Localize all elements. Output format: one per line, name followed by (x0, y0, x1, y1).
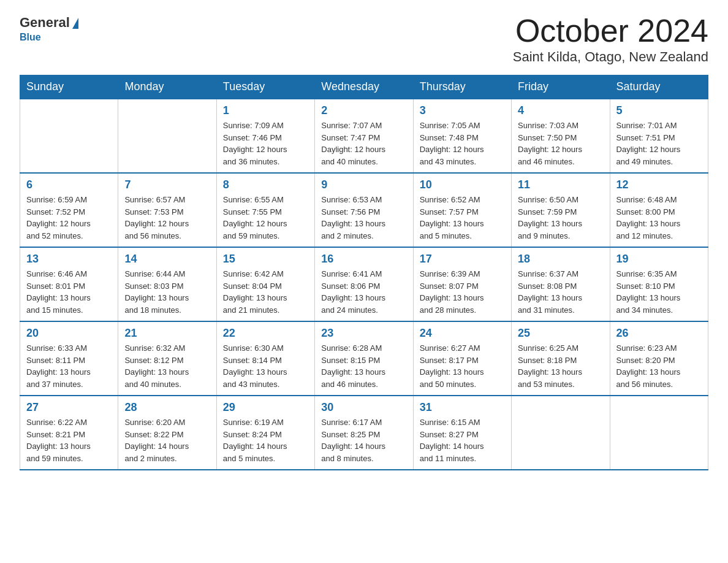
calendar-cell: 25Sunrise: 6:25 AM Sunset: 8:18 PM Dayli… (512, 321, 610, 396)
week-row-5: 27Sunrise: 6:22 AM Sunset: 8:21 PM Dayli… (20, 396, 708, 470)
day-info: Sunrise: 6:30 AM Sunset: 8:14 PM Dayligh… (223, 342, 308, 390)
calendar-cell: 7Sunrise: 6:57 AM Sunset: 7:53 PM Daylig… (118, 173, 216, 247)
day-number: 31 (420, 401, 505, 414)
day-info: Sunrise: 6:44 AM Sunset: 8:03 PM Dayligh… (124, 268, 210, 316)
day-number: 20 (26, 327, 112, 340)
day-number: 15 (223, 253, 308, 266)
calendar-cell: 5Sunrise: 7:01 AM Sunset: 7:51 PM Daylig… (610, 99, 708, 173)
day-info: Sunrise: 6:25 AM Sunset: 8:18 PM Dayligh… (518, 342, 603, 390)
day-number: 13 (26, 253, 112, 266)
calendar-cell: 12Sunrise: 6:48 AM Sunset: 8:00 PM Dayli… (610, 173, 708, 247)
header-thursday: Thursday (413, 75, 511, 99)
calendar-cell: 28Sunrise: 6:20 AM Sunset: 8:22 PM Dayli… (118, 396, 216, 470)
day-info: Sunrise: 6:39 AM Sunset: 8:07 PM Dayligh… (420, 268, 505, 316)
day-number: 26 (616, 327, 702, 340)
day-info: Sunrise: 6:27 AM Sunset: 8:17 PM Dayligh… (420, 342, 505, 390)
page-header: General Blue October 2024 Saint Kilda, O… (20, 15, 708, 65)
day-info: Sunrise: 6:37 AM Sunset: 8:08 PM Dayligh… (518, 268, 603, 316)
day-info: Sunrise: 7:01 AM Sunset: 7:51 PM Dayligh… (616, 120, 702, 167)
calendar-cell: 29Sunrise: 6:19 AM Sunset: 8:24 PM Dayli… (216, 396, 314, 470)
calendar-cell: 14Sunrise: 6:44 AM Sunset: 8:03 PM Dayli… (118, 247, 216, 321)
calendar-cell: 8Sunrise: 6:55 AM Sunset: 7:55 PM Daylig… (216, 173, 314, 247)
calendar-cell: 2Sunrise: 7:07 AM Sunset: 7:47 PM Daylig… (315, 99, 413, 173)
calendar-cell: 9Sunrise: 6:53 AM Sunset: 7:56 PM Daylig… (315, 173, 413, 247)
day-number: 6 (26, 178, 112, 191)
header-friday: Friday (512, 75, 610, 99)
day-number: 24 (420, 327, 505, 340)
calendar-cell (20, 99, 118, 173)
day-info: Sunrise: 6:42 AM Sunset: 8:04 PM Dayligh… (223, 268, 308, 316)
day-info: Sunrise: 6:19 AM Sunset: 8:24 PM Dayligh… (223, 416, 308, 464)
week-row-4: 20Sunrise: 6:33 AM Sunset: 8:11 PM Dayli… (20, 321, 708, 396)
day-info: Sunrise: 6:23 AM Sunset: 8:20 PM Dayligh… (616, 342, 702, 390)
logo: General Blue (20, 15, 78, 43)
day-number: 11 (518, 178, 603, 191)
calendar-cell: 10Sunrise: 6:52 AM Sunset: 7:57 PM Dayli… (413, 173, 511, 247)
day-number: 10 (420, 178, 505, 191)
header-sunday: Sunday (20, 75, 118, 99)
day-info: Sunrise: 6:15 AM Sunset: 8:27 PM Dayligh… (420, 416, 505, 464)
day-info: Sunrise: 6:50 AM Sunset: 7:59 PM Dayligh… (518, 194, 603, 242)
calendar-cell: 6Sunrise: 6:59 AM Sunset: 7:52 PM Daylig… (20, 173, 118, 247)
calendar-cell: 17Sunrise: 6:39 AM Sunset: 8:07 PM Dayli… (413, 247, 511, 321)
calendar-cell: 23Sunrise: 6:28 AM Sunset: 8:15 PM Dayli… (315, 321, 413, 396)
calendar-cell: 27Sunrise: 6:22 AM Sunset: 8:21 PM Dayli… (20, 396, 118, 470)
calendar-cell: 31Sunrise: 6:15 AM Sunset: 8:27 PM Dayli… (413, 396, 511, 470)
day-info: Sunrise: 6:48 AM Sunset: 8:00 PM Dayligh… (616, 194, 702, 242)
calendar-cell: 18Sunrise: 6:37 AM Sunset: 8:08 PM Dayli… (512, 247, 610, 321)
day-info: Sunrise: 6:57 AM Sunset: 7:53 PM Dayligh… (124, 194, 210, 242)
week-row-2: 6Sunrise: 6:59 AM Sunset: 7:52 PM Daylig… (20, 173, 708, 247)
day-info: Sunrise: 6:28 AM Sunset: 8:15 PM Dayligh… (321, 342, 406, 390)
header-wednesday: Wednesday (315, 75, 413, 99)
day-info: Sunrise: 7:03 AM Sunset: 7:50 PM Dayligh… (518, 120, 603, 167)
day-number: 18 (518, 253, 603, 266)
week-row-1: 1Sunrise: 7:09 AM Sunset: 7:46 PM Daylig… (20, 99, 708, 173)
calendar-cell: 13Sunrise: 6:46 AM Sunset: 8:01 PM Dayli… (20, 247, 118, 321)
calendar-cell: 20Sunrise: 6:33 AM Sunset: 8:11 PM Dayli… (20, 321, 118, 396)
calendar-table: SundayMondayTuesdayWednesdayThursdayFrid… (20, 75, 708, 470)
calendar-cell: 3Sunrise: 7:05 AM Sunset: 7:48 PM Daylig… (413, 99, 511, 173)
day-info: Sunrise: 6:17 AM Sunset: 8:25 PM Dayligh… (321, 416, 406, 464)
day-info: Sunrise: 6:32 AM Sunset: 8:12 PM Dayligh… (124, 342, 210, 390)
day-number: 25 (518, 327, 603, 340)
title-block: October 2024 Saint Kilda, Otago, New Zea… (513, 15, 708, 65)
header-tuesday: Tuesday (216, 75, 314, 99)
calendar-cell: 1Sunrise: 7:09 AM Sunset: 7:46 PM Daylig… (216, 99, 314, 173)
calendar-cell (512, 396, 610, 470)
calendar-header: SundayMondayTuesdayWednesdayThursdayFrid… (20, 75, 708, 99)
day-number: 30 (321, 401, 406, 414)
day-number: 3 (420, 104, 505, 117)
day-number: 4 (518, 104, 603, 117)
day-info: Sunrise: 6:55 AM Sunset: 7:55 PM Dayligh… (223, 194, 308, 242)
week-row-3: 13Sunrise: 6:46 AM Sunset: 8:01 PM Dayli… (20, 247, 708, 321)
day-number: 27 (26, 401, 112, 414)
month-title: October 2024 (513, 15, 708, 47)
day-number: 1 (223, 104, 308, 117)
calendar-cell: 30Sunrise: 6:17 AM Sunset: 8:25 PM Dayli… (315, 396, 413, 470)
day-info: Sunrise: 7:09 AM Sunset: 7:46 PM Dayligh… (223, 120, 308, 167)
day-info: Sunrise: 7:07 AM Sunset: 7:47 PM Dayligh… (321, 120, 406, 167)
calendar-cell: 11Sunrise: 6:50 AM Sunset: 7:59 PM Dayli… (512, 173, 610, 247)
day-info: Sunrise: 6:20 AM Sunset: 8:22 PM Dayligh… (124, 416, 210, 464)
day-number: 5 (616, 104, 702, 117)
header-saturday: Saturday (610, 75, 708, 99)
day-number: 12 (616, 178, 702, 191)
calendar-cell (118, 99, 216, 173)
calendar-cell: 24Sunrise: 6:27 AM Sunset: 8:17 PM Dayli… (413, 321, 511, 396)
day-number: 29 (223, 401, 308, 414)
day-number: 9 (321, 178, 406, 191)
day-number: 23 (321, 327, 406, 340)
calendar-cell: 26Sunrise: 6:23 AM Sunset: 8:20 PM Dayli… (610, 321, 708, 396)
day-info: Sunrise: 6:22 AM Sunset: 8:21 PM Dayligh… (26, 416, 112, 464)
location: Saint Kilda, Otago, New Zealand (513, 49, 708, 65)
day-info: Sunrise: 6:46 AM Sunset: 8:01 PM Dayligh… (26, 268, 112, 316)
day-info: Sunrise: 6:33 AM Sunset: 8:11 PM Dayligh… (26, 342, 112, 390)
calendar-cell: 22Sunrise: 6:30 AM Sunset: 8:14 PM Dayli… (216, 321, 314, 396)
day-info: Sunrise: 6:41 AM Sunset: 8:06 PM Dayligh… (321, 268, 406, 316)
header-monday: Monday (118, 75, 216, 99)
logo-general-text: General (20, 15, 70, 31)
calendar-cell: 21Sunrise: 6:32 AM Sunset: 8:12 PM Dayli… (118, 321, 216, 396)
day-info: Sunrise: 6:59 AM Sunset: 7:52 PM Dayligh… (26, 194, 112, 242)
calendar-cell: 4Sunrise: 7:03 AM Sunset: 7:50 PM Daylig… (512, 99, 610, 173)
day-info: Sunrise: 7:05 AM Sunset: 7:48 PM Dayligh… (420, 120, 505, 167)
